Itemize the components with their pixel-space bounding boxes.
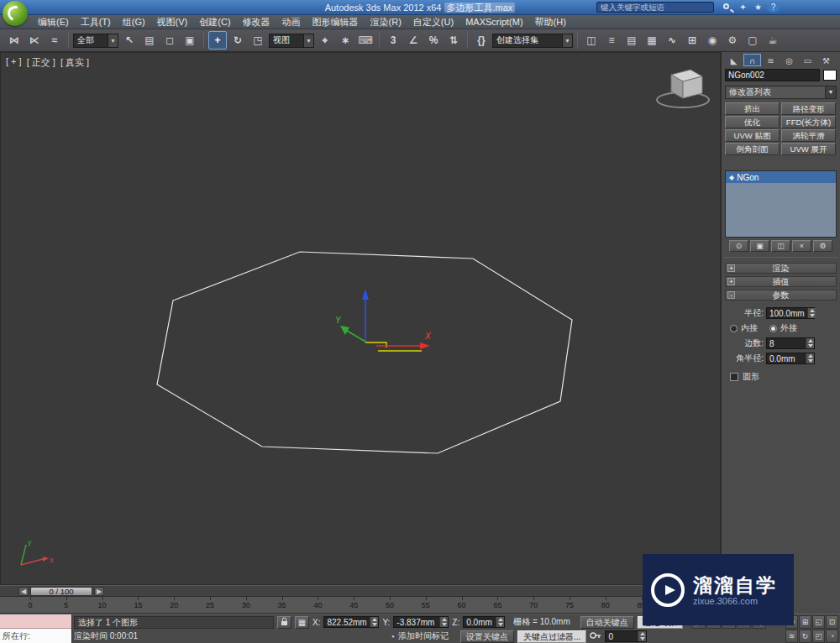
timeline-left-arrow[interactable]: ◀ [18, 587, 29, 596]
tab-modify[interactable]: ∩ [743, 54, 761, 66]
modifier-button-0[interactable]: 挤出 [725, 102, 780, 115]
percent-snap-toggle-button[interactable]: % [424, 31, 443, 50]
coord-y-spinner[interactable] [439, 617, 448, 627]
menu-item-11[interactable]: 帮助(H) [529, 15, 572, 29]
menu-item-0[interactable]: 编辑(E) [32, 15, 75, 29]
rendered-frame-window-button[interactable]: ▢ [743, 31, 762, 50]
angle-snap-toggle-button[interactable]: ∠ [404, 31, 423, 50]
viewport-menu-general[interactable]: [ + ] [6, 56, 22, 69]
select-and-rotate-button[interactable]: ↻ [228, 31, 247, 50]
spinner-snap-toggle-button[interactable]: ⇅ [444, 31, 463, 50]
timeline-ruler[interactable]: 05101520253035404550556065707580859095 [0, 597, 721, 614]
show-end-result-button[interactable]: ▣ [750, 240, 769, 252]
modifier-button-4[interactable]: UVW 贴图 [725, 129, 780, 142]
maximize-viewport-button[interactable]: ◰ [812, 630, 825, 643]
menu-item-3[interactable]: 视图(V) [151, 15, 194, 29]
select-and-manipulate-button[interactable]: ∗ [336, 31, 354, 50]
menu-item-4[interactable]: 创建(C) [193, 15, 236, 29]
search-icon[interactable] [723, 3, 729, 9]
select-by-name-button[interactable]: ▤ [140, 31, 159, 50]
coord-x-field[interactable]: 822.52mm [323, 616, 379, 628]
modifier-button-7[interactable]: UVW 展开 [781, 143, 836, 155]
rollout-interpolation-toggle[interactable]: + [727, 278, 735, 285]
selection-filter-dropdown[interactable]: 全部▼ [73, 34, 118, 48]
material-editor-button[interactable]: ◉ [703, 31, 722, 50]
modifier-button-5[interactable]: 涡轮平滑 [781, 129, 836, 142]
inscribed-radio[interactable] [730, 325, 738, 332]
tab-hierarchy[interactable]: ≋ [762, 54, 780, 66]
favorites-star-icon[interactable]: ★ [752, 2, 764, 13]
remove-modifier-button[interactable]: × [792, 240, 811, 252]
render-production-button[interactable]: ☕ [764, 31, 782, 50]
timeline-right-arrow[interactable]: ▶ [94, 587, 104, 596]
select-and-move-button[interactable]: + [208, 31, 227, 50]
stack-item-ngon[interactable]: ◆ NGon [726, 171, 836, 183]
auto-key-button[interactable]: 自动关键点 [580, 616, 634, 629]
circular-checkbox[interactable] [730, 373, 738, 381]
absolute-offset-toggle[interactable]: ▦ [295, 616, 309, 629]
zoom-region-button[interactable]: ⊡ [826, 615, 838, 629]
menu-item-9[interactable]: 自定义(U) [407, 15, 459, 29]
tab-motion[interactable]: ◎ [780, 54, 798, 66]
menu-item-5[interactable]: 修改器 [237, 15, 276, 29]
unlink-selection-button[interactable]: ⋉ [25, 31, 44, 50]
macro-recorder-row[interactable] [0, 614, 71, 629]
select-object-button[interactable]: ↖ [120, 31, 139, 50]
mirror-button[interactable]: ◫ [582, 31, 601, 50]
keyboard-shortcut-override-button[interactable]: ⌨ [356, 31, 375, 50]
sides-field[interactable]: 8 [766, 337, 815, 349]
add-time-tag[interactable]: 添加时间标记 [398, 630, 449, 642]
rollout-interpolation[interactable]: + 插值 [725, 276, 837, 287]
viewport-menu-pov[interactable]: [ 正交 ] [27, 56, 55, 69]
render-setup-button[interactable]: ⚙ [723, 31, 742, 50]
coord-z-spinner[interactable] [496, 617, 504, 627]
rollout-rendering-toggle[interactable]: + [727, 264, 735, 272]
search-input[interactable]: 键入关键字或短语 [596, 2, 714, 13]
configure-modifier-sets-button[interactable]: ⚙ [813, 240, 832, 252]
field-of-view-button[interactable]: ◔ [826, 630, 838, 643]
object-color-swatch[interactable] [823, 70, 837, 81]
modifier-button-6[interactable]: 倒角剖面 [725, 143, 780, 155]
modifier-button-2[interactable]: 优化 [725, 116, 780, 128]
viewport[interactable]: [ + ] [ 正交 ] [ 真实 ] X Y [0, 52, 721, 585]
menu-item-10[interactable]: MAXScript(M) [459, 15, 528, 29]
help-icon[interactable]: ? [767, 2, 780, 13]
modifier-stack[interactable]: ◆ NGon [725, 170, 837, 238]
reference-coordinate-system-dropdown[interactable]: 视图▼ [269, 34, 314, 48]
coord-z-field[interactable]: 0.0mm [463, 616, 505, 628]
corner-radius-field[interactable]: 0.0mm [766, 353, 815, 364]
menu-item-6[interactable]: 动画 [276, 15, 307, 29]
zoom-extents-button[interactable]: ◱ [812, 615, 825, 629]
modifier-button-1[interactable]: 路径变形 [781, 102, 836, 115]
tab-display[interactable]: ▭ [799, 54, 816, 66]
viewport-canvas[interactable]: X Y x y [1, 53, 722, 586]
snaps-toggle-3d-button[interactable]: 3 [384, 31, 402, 50]
edit-named-selection-sets-button[interactable]: {} [472, 31, 491, 50]
radius-spinner[interactable] [807, 308, 816, 318]
modifier-button-3[interactable]: FFD(长方体) [781, 116, 836, 128]
window-crossing-toggle-button[interactable]: ▣ [181, 31, 199, 50]
named-selection-sets-dropdown[interactable]: 创建选择集▼ [492, 34, 573, 48]
graphite-modeling-tools-button[interactable]: ▦ [643, 31, 661, 50]
application-menu-button[interactable] [3, 1, 28, 26]
align-button[interactable]: ≡ [602, 31, 621, 50]
layer-manager-button[interactable]: ▤ [622, 31, 641, 50]
rollout-parameters[interactable]: - 参数 [725, 290, 837, 301]
menu-item-7[interactable]: 图形编辑器 [307, 15, 365, 29]
coord-x-spinner[interactable] [370, 617, 378, 627]
selection-lock-toggle[interactable] [277, 616, 291, 629]
pin-stack-button[interactable]: ⊙ [729, 240, 748, 252]
maxscript-mini-listener[interactable]: 所在行: [0, 614, 72, 643]
rollout-rendering[interactable]: + 渲染 [725, 263, 837, 274]
object-name-field[interactable]: NGon002 [725, 69, 820, 81]
menu-item-1[interactable]: 工具(T) [75, 15, 117, 29]
coord-y-field[interactable]: -3.837mm [393, 616, 449, 628]
set-key-button[interactable]: 设置关键点 [460, 630, 514, 643]
radius-field[interactable]: 100.0mm [766, 307, 815, 319]
menu-item-8[interactable]: 渲染(R) [365, 15, 407, 29]
schematic-view-button[interactable]: ⊞ [683, 31, 701, 50]
communication-center-icon[interactable]: ✦ [737, 2, 749, 13]
pan-button[interactable]: ≋ [785, 630, 798, 643]
current-frame-field[interactable]: 0 [605, 630, 647, 642]
time-slider-handle[interactable]: 0 / 100 [30, 587, 92, 596]
